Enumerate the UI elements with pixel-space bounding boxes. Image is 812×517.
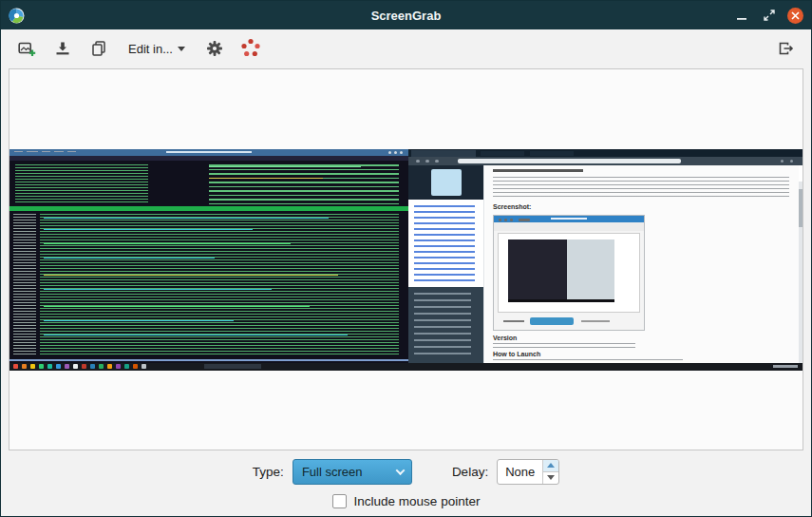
taskbar-clock — [773, 365, 798, 368]
copy-icon — [89, 39, 108, 58]
copy-button[interactable] — [85, 34, 113, 63]
pointer-option-row: Include mouse pointer — [1, 489, 811, 512]
delay-spinbox[interactable]: None — [497, 459, 559, 485]
window-buttons — [732, 6, 803, 25]
browser-navbar — [408, 157, 803, 165]
page-content: Screenshot: — [485, 165, 799, 363]
delay-decrement-button[interactable] — [543, 472, 558, 484]
sidebar-cover-image — [431, 169, 462, 196]
sidebar-chapter-links — [414, 205, 475, 281]
screengrab-window: ScreenGrab — [0, 0, 812, 517]
edit-in-button[interactable]: Edit in... — [121, 34, 193, 63]
page-paragraph-lines — [493, 177, 789, 200]
save-icon — [53, 39, 72, 58]
quit-button[interactable] — [771, 34, 800, 63]
type-combobox[interactable]: Full screen — [293, 459, 412, 485]
browser-urlbar — [458, 159, 681, 163]
thumb-terminal-window — [9, 149, 408, 363]
minimize-button[interactable] — [732, 6, 751, 25]
screenshot-preview: Screenshot: — [9, 149, 803, 371]
thumb-taskbar — [9, 363, 803, 371]
window-title: ScreenGrab — [1, 9, 811, 23]
page-version-heading: Version — [493, 335, 517, 341]
terminal-summary-lines — [209, 164, 399, 204]
titlebar[interactable]: ScreenGrab — [1, 1, 811, 29]
settings-button[interactable] — [200, 34, 229, 63]
capture-options-row: Type: Full screen Delay: None — [1, 458, 811, 485]
upload-button[interactable] — [236, 34, 265, 63]
type-value: Full screen — [302, 465, 363, 479]
toolbar: Edit in... — [1, 29, 811, 67]
close-icon — [791, 11, 800, 20]
terminal-process-rows — [40, 214, 399, 354]
page-sidebar — [408, 165, 484, 363]
new-screenshot-icon — [17, 39, 36, 58]
edit-in-label: Edit in... — [128, 42, 173, 56]
include-pointer-label[interactable]: Include mouse pointer — [354, 494, 481, 508]
lubuntu-logo-icon — [9, 8, 25, 24]
close-button[interactable] — [787, 8, 803, 24]
maximize-button[interactable] — [760, 6, 779, 25]
page-title-line — [493, 169, 583, 172]
preview-area: Screenshot: — [9, 68, 803, 450]
quit-icon — [776, 39, 795, 58]
delay-label: Delay: — [452, 465, 488, 479]
embedded-screengrab-image — [493, 215, 645, 331]
combobox-arrow — [390, 460, 411, 484]
thumb-browser-window: Screenshot: — [408, 149, 803, 363]
new-screenshot-button[interactable] — [12, 34, 41, 63]
maximize-icon — [763, 9, 776, 22]
gear-icon — [205, 39, 224, 58]
page-screenshot-heading: Screenshot: — [493, 203, 531, 210]
chevron-down-icon — [178, 47, 185, 51]
terminal-header-row — [9, 206, 408, 211]
page-launch-heading: How to Launch — [493, 351, 540, 357]
upload-service-icon — [239, 37, 262, 60]
browser-active-tab — [411, 150, 476, 157]
terminal-pid-column — [13, 214, 36, 354]
minimize-icon — [736, 10, 747, 21]
thumb-terminal-menubar — [9, 156, 408, 161]
include-pointer-checkbox[interactable] — [332, 494, 347, 508]
type-label: Type: — [253, 465, 284, 479]
save-button[interactable] — [48, 34, 77, 63]
terminal-meter-lines — [15, 164, 148, 202]
terminal-status-line — [9, 359, 408, 361]
browser-scrollbar — [799, 182, 803, 371]
delay-value: None — [505, 465, 535, 479]
browser-page: Screenshot: — [408, 165, 803, 363]
delay-increment-button[interactable] — [543, 460, 558, 472]
